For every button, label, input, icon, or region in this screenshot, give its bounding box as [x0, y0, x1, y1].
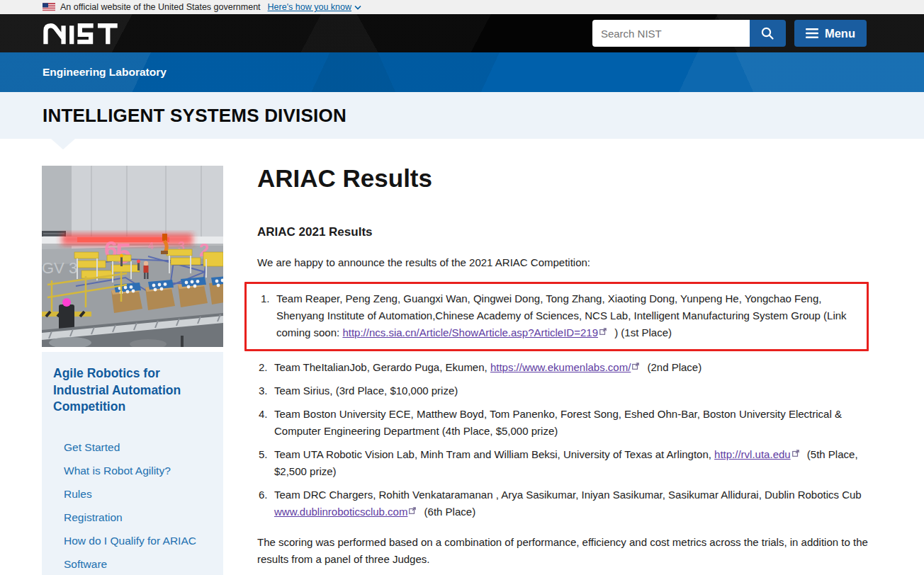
sidebar-link[interactable]: Software: [64, 558, 107, 570]
sidebar-nav: Agile Robotics for Industrial Automation…: [42, 352, 223, 575]
result-link[interactable]: http://ncs.sia.cn/Article/ShowArticle.as…: [342, 326, 598, 338]
svg-text:GV 3: GV 3: [42, 259, 77, 277]
main-content: ARIAC Results ARIAC 2021 Results We are …: [257, 139, 869, 575]
sidebar-link[interactable]: Rules: [64, 488, 92, 500]
sidebar-link[interactable]: How do I Qualify for ARIAC: [64, 535, 196, 547]
result-item: 2.Team TheItalianJob, Gerardo Puga, Ekum…: [257, 359, 869, 376]
page: An official website of the United States…: [0, 0, 924, 575]
results-list: 1.Team Reaper, Peng Zeng, Guangxi Wan, Q…: [257, 282, 869, 520]
lab-link[interactable]: Engineering Laboratory: [43, 66, 167, 79]
external-link-icon: [599, 328, 607, 335]
scoring-paragraph: The scoring was performed based on a com…: [257, 534, 869, 568]
result-item: 5.Team UTA Robotic Vision Lab, Minh Tram…: [257, 446, 869, 480]
sidebar-link-item: How do I Qualify for ARIAC: [64, 535, 212, 547]
chevron-down-icon: [354, 5, 361, 10]
sidebar-link-item: Rules: [64, 488, 212, 501]
result-item: 4.Team Boston University ECE, Matthew Bo…: [257, 406, 869, 440]
result-link[interactable]: http://rvl.uta.edu: [714, 448, 791, 460]
sidebar: 6 5 2 3 4 GV 3: [42, 139, 223, 575]
sidebar-nav-title[interactable]: Agile Robotics for Industrial Automation…: [53, 365, 212, 416]
search-input[interactable]: [592, 20, 750, 47]
intro-text: We are happy to announce the results of …: [257, 254, 869, 271]
sidebar-link-item: Get Started: [64, 441, 212, 454]
result-number: 3.: [259, 382, 268, 399]
us-flag-icon: [43, 3, 55, 11]
search-icon: [760, 26, 774, 40]
sidebar-link[interactable]: What is Robot Agility?: [64, 465, 171, 477]
heres-how-you-know-link[interactable]: Here's how you know: [268, 2, 361, 12]
result-item: 3.Team Sirius, (3rd Place, $10,000 prize…: [257, 382, 869, 399]
lab-bar: Engineering Laboratory: [0, 52, 924, 92]
sidebar-link-item: Software: [64, 558, 212, 571]
results-subtitle: ARIAC 2021 Results: [257, 225, 869, 239]
result-number: 6.: [259, 486, 268, 503]
content: 6 5 2 3 4 GV 3: [0, 139, 924, 575]
external-link-icon: [632, 363, 639, 370]
sidebar-link[interactable]: Get Started: [64, 441, 120, 453]
sidebar-link-item: Registration: [64, 511, 212, 524]
result-number: 4.: [259, 406, 268, 423]
menu-button[interactable]: Menu: [794, 20, 867, 47]
division-band: INTELLIGENT SYSTEMS DIVISION: [0, 92, 924, 139]
result-number: 5.: [259, 446, 268, 463]
svg-text:4: 4: [148, 240, 154, 251]
header-actions: Menu: [592, 20, 867, 47]
sidebar-links: Get StartedWhat is Robot Agility?RulesRe…: [53, 441, 212, 571]
external-link-icon: [409, 507, 416, 514]
result-link[interactable]: www.dublinroboticsclub.com: [274, 506, 407, 518]
site-header: Menu: [0, 14, 924, 52]
search-box: [592, 20, 786, 47]
sidebar-link-item: What is Robot Agility?: [64, 465, 212, 477]
search-button[interactable]: [750, 20, 786, 47]
external-link-icon: [792, 450, 799, 457]
hamburger-icon: [806, 28, 818, 38]
gov-banner-text: An official website of the United States…: [60, 2, 261, 12]
nist-logo[interactable]: [43, 22, 122, 45]
result-number: 1.: [261, 290, 270, 307]
sidebar-link[interactable]: Registration: [64, 511, 123, 523]
band-notch: [51, 139, 75, 149]
svg-text:5: 5: [116, 238, 131, 269]
result-item: 6.Team DRC Chargers, Rohith Venkataraman…: [257, 486, 869, 520]
ariac-simulation-image: 6 5 2 3 4 GV 3: [42, 166, 223, 347]
result-link[interactable]: https://www.ekumenlabs.com/: [490, 361, 631, 373]
gov-banner: An official website of the United States…: [0, 0, 924, 14]
result-number: 2.: [259, 359, 268, 376]
division-title: INTELLIGENT SYSTEMS DIVISION: [43, 105, 346, 127]
result-item-highlighted: 1.Team Reaper, Peng Zeng, Guangxi Wan, Q…: [244, 282, 869, 351]
page-title: ARIAC Results: [257, 164, 869, 193]
